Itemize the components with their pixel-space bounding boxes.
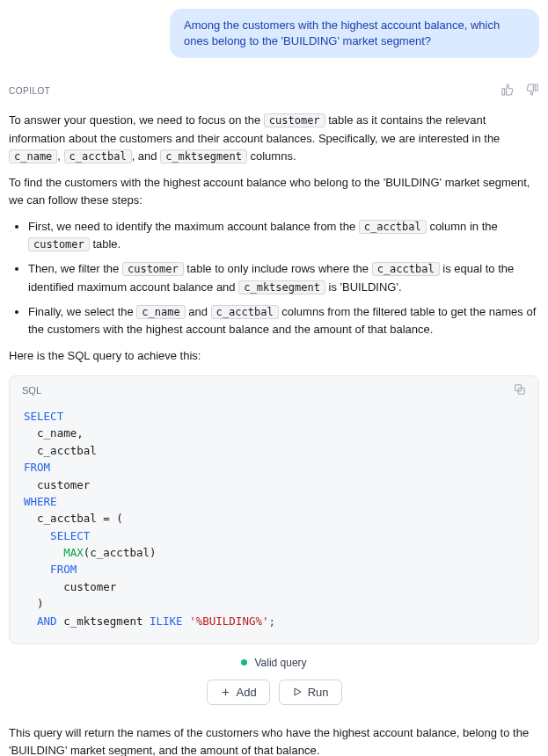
sql-code-block: SQL SELECT c_name, c_acctbal FROM custom… <box>9 375 539 644</box>
code-token-c-mktsegment: c_mktsegment <box>160 149 247 164</box>
plus-icon <box>220 687 231 698</box>
status-text: Valid query <box>254 657 306 669</box>
copilot-label: COPILOT <box>9 86 50 96</box>
action-buttons: Add Run <box>9 680 539 705</box>
code-token-customer: customer <box>28 237 90 251</box>
play-icon <box>292 687 303 697</box>
query-status: Valid query <box>9 657 539 669</box>
thumbs-down-icon[interactable] <box>525 83 539 99</box>
svg-marker-2 <box>295 688 301 695</box>
code-token-c-acctbal: c_acctbal <box>359 220 427 234</box>
code-token-c-name: c_name <box>9 149 57 164</box>
thumbs-up-icon[interactable] <box>501 83 515 99</box>
add-button-label: Add <box>237 686 257 699</box>
status-dot-icon <box>241 659 247 665</box>
user-message-bubble: Among the customers with the highest acc… <box>170 9 539 58</box>
copy-icon[interactable] <box>514 383 526 397</box>
run-button-label: Run <box>308 686 329 699</box>
code-header: SQL <box>10 376 538 404</box>
code-token-c-acctbal: c_acctbal <box>64 149 132 164</box>
paragraph: To answer your question, we need to focu… <box>9 112 539 164</box>
code-token-c-name: c_name <box>136 305 185 319</box>
steps-list: First, we need to identify the maximum a… <box>9 218 539 338</box>
feedback-buttons <box>501 83 539 99</box>
code-token-c-acctbal: c_acctbal <box>372 262 440 276</box>
list-item: Then, we filter the customer table to on… <box>28 260 539 295</box>
paragraph: This query will return the names of the … <box>9 724 539 756</box>
run-button[interactable]: Run <box>279 680 342 705</box>
response-header: COPILOT <box>9 83 539 99</box>
list-item: Finally, we select the c_name and c_acct… <box>28 303 539 338</box>
copilot-answer: To answer your question, we need to focu… <box>9 112 539 756</box>
list-item: First, we need to identify the maximum a… <box>28 218 539 253</box>
sql-code: SELECT c_name, c_acctbal FROM customer W… <box>10 404 538 643</box>
code-token-customer: customer <box>264 113 325 127</box>
code-token-c-acctbal: c_acctbal <box>211 305 279 319</box>
code-token-c-mktsegment: c_mktsegment <box>238 280 325 294</box>
paragraph: Here is the SQL query to achieve this: <box>9 347 539 365</box>
code-language-label: SQL <box>22 385 41 396</box>
code-token-customer: customer <box>122 262 184 276</box>
paragraph: To find the customers with the highest a… <box>9 174 539 209</box>
add-button[interactable]: Add <box>207 680 270 705</box>
